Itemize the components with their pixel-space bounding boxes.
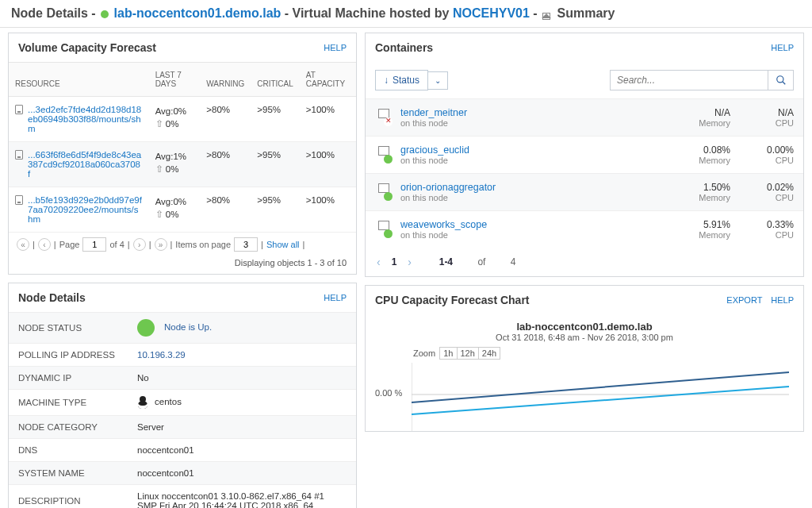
crit-value: >95% — [251, 187, 300, 233]
cpu-value: 0.00% — [738, 144, 794, 156]
help-link[interactable]: HELP — [771, 295, 794, 305]
pager-total: 4 — [511, 256, 516, 267]
mem-label: Memory — [675, 156, 730, 165]
svg-point-0 — [776, 76, 783, 83]
container-icon — [375, 183, 393, 201]
trend-up-icon: ⇧ — [155, 164, 163, 174]
trend-value: 0% — [166, 210, 179, 219]
status-up-icon — [384, 229, 393, 238]
container-pager: ‹ 1 › 1-4 of 4 — [366, 248, 803, 276]
pager-next-button[interactable]: › — [133, 238, 146, 251]
trend-value: 0% — [166, 164, 179, 174]
pager-page: 1 — [392, 256, 397, 267]
chart-subtitle: Oct 31 2018, 6:48 am - Nov 26 2018, 3:00… — [375, 333, 794, 342]
mem-value: N/A — [675, 107, 730, 118]
help-link[interactable]: HELP — [771, 43, 794, 52]
search-input[interactable] — [610, 70, 768, 90]
avg-value: Avg:0% — [155, 106, 186, 116]
svg-line-1 — [782, 82, 785, 85]
crit-value: >95% — [251, 97, 300, 142]
resource-link[interactable]: ...b5fe193d929e2b0dd97e9f7aa70209220ee2/… — [28, 195, 143, 224]
disk-icon — [15, 105, 23, 114]
status-label: Status — [393, 75, 419, 86]
panel-title: Volume Capacity Forecast — [18, 41, 156, 54]
status-sort-button[interactable]: ↓ Status — [375, 70, 428, 90]
machine-type-value: centos — [155, 397, 182, 406]
cpu-label: CPU — [738, 230, 794, 240]
status-up-icon — [137, 319, 155, 337]
pager-last-button[interactable]: » — [155, 238, 167, 251]
hostname-link[interactable]: lab-noccentcon01.demo.lab — [114, 6, 282, 20]
hypervisor-link[interactable]: NOCEHYV01 — [453, 6, 530, 20]
trend-value: 0% — [166, 119, 179, 129]
container-icon — [375, 146, 393, 164]
container-icon — [375, 109, 393, 126]
zoom-24h-button[interactable]: 24h — [478, 347, 500, 360]
search-button[interactable] — [768, 70, 794, 90]
polling-ip-value[interactable]: 10.196.3.29 — [128, 344, 356, 367]
items-input[interactable] — [234, 237, 258, 252]
pager-next-button[interactable]: › — [408, 256, 412, 268]
cap-value: >100% — [300, 97, 356, 142]
title-prefix: Node Details - — [11, 6, 99, 20]
container-link[interactable]: weaveworks_scope — [400, 219, 487, 230]
container-link[interactable]: orion-orionaggregator — [400, 182, 496, 193]
col-capacity[interactable]: AT CAPACITY — [300, 63, 356, 97]
export-link[interactable]: EXPORT — [726, 295, 762, 305]
disk-icon — [15, 195, 23, 205]
mem-value: 1.50% — [675, 182, 730, 193]
show-all-link[interactable]: Show all — [266, 240, 300, 249]
avg-value: Avg:0% — [155, 197, 186, 206]
help-link[interactable]: HELP — [324, 43, 347, 52]
container-sub: on this node — [400, 156, 667, 165]
container-sub: on this node — [400, 118, 667, 128]
panel-node-details: Node Details HELP NODE STATUS Node is Up… — [8, 283, 357, 508]
help-link[interactable]: HELP — [324, 293, 347, 302]
dynamic-ip-value: No — [128, 367, 356, 390]
page-input[interactable] — [82, 237, 106, 252]
cap-value: >100% — [300, 187, 356, 233]
disk-icon — [15, 150, 23, 160]
resource-link[interactable]: ...3ed2efc7fde4dd2d198d18eb06949b303f88/… — [28, 105, 143, 133]
mem-value: 5.91% — [675, 219, 730, 230]
machine-type-label: MACHINE TYPE — [9, 390, 128, 416]
status-error-icon — [384, 117, 393, 126]
resource-link[interactable]: ...663f6f8e6d5f4f9de8c43ea387cd9cf92018a… — [28, 150, 143, 179]
items-label: Items on page — [175, 240, 231, 249]
panel-cpu-forecast: CPU Capacity Forecast Chart EXPORT HELP … — [365, 285, 804, 432]
col-resource[interactable]: RESOURCE — [9, 63, 149, 97]
mem-label: Memory — [675, 230, 730, 240]
svg-line-4 — [412, 387, 789, 414]
cpu-value: 0.02% — [738, 182, 794, 193]
col-critical[interactable]: CRITICAL — [251, 63, 300, 97]
pager-prev-button[interactable]: ‹ — [377, 256, 381, 268]
system-name-value: noccentcon01 — [128, 462, 356, 485]
container-link[interactable]: gracious_euclid — [400, 144, 469, 156]
cap-value: >100% — [300, 142, 356, 187]
polling-ip-label: POLLING IP ADDRESS — [9, 344, 128, 367]
crit-value: >95% — [251, 142, 300, 187]
cpu-value: 0.33% — [738, 219, 794, 230]
trend-up-icon: ⇧ — [155, 119, 163, 129]
arrow-down-icon: ↓ — [384, 75, 389, 86]
container-row: weaveworks_scopeon this node 5.91%Memory… — [366, 210, 803, 248]
container-link[interactable]: tender_meitner — [400, 107, 467, 118]
zoom-12h-button[interactable]: 12h — [457, 347, 479, 360]
trend-up-icon: ⇧ — [155, 210, 163, 219]
pager-range: 1-4 — [439, 256, 453, 267]
status-up-icon — [384, 155, 393, 164]
status-dropdown-button[interactable]: ⌄ — [428, 71, 448, 90]
zoom-1h-button[interactable]: 1h — [439, 347, 457, 360]
col-warning[interactable]: WARNING — [200, 63, 251, 97]
panel-containers: Containers HELP ↓ Status ⌄ — [365, 33, 804, 277]
pager-first-button[interactable]: « — [17, 238, 29, 251]
col-last7[interactable]: LAST 7 DAYS — [149, 63, 201, 97]
container-row: gracious_euclidon this node 0.08%Memory … — [366, 136, 803, 173]
pager-prev-button[interactable]: ‹ — [38, 238, 51, 251]
cpu-label: CPU — [738, 118, 794, 128]
pager-summary: Displaying objects 1 - 3 of 10 — [9, 256, 356, 274]
description-value: Linux noccentcon01 3.10.0-862.el7.x86_64… — [128, 485, 356, 509]
container-row: orion-orionaggregatoron this node 1.50%M… — [366, 173, 803, 210]
container-row: tender_meitneron this node N/AMemory N/A… — [366, 98, 803, 136]
cpu-chart[interactable]: 0.00 % — [412, 363, 789, 431]
